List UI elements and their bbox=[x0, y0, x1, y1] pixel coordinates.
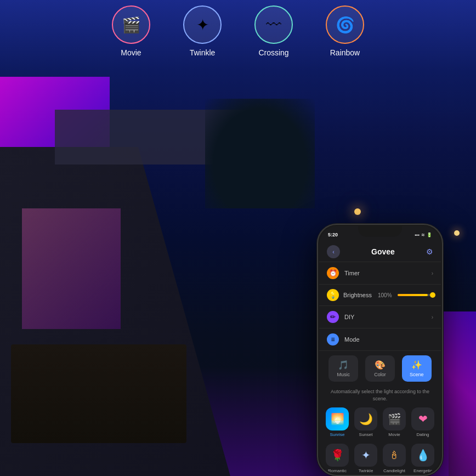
timer-row[interactable]: ⏰ Timer › bbox=[319, 262, 441, 285]
rainbow-label: Rainbow bbox=[330, 48, 360, 57]
sunrise-icon-wrap: 🌅 bbox=[326, 407, 349, 430]
movie-scene-icon: 🎬 bbox=[388, 412, 401, 426]
status-time: 5:20 bbox=[328, 232, 338, 237]
scene-twinkle[interactable]: ✦ Twinkle bbox=[353, 444, 378, 473]
dating-icon-wrap: ❤ bbox=[411, 407, 434, 430]
movie-icon-circle: 🎬 bbox=[112, 5, 150, 44]
brightness-icon: 💡 bbox=[327, 289, 339, 301]
scene-dating[interactable]: ❤ Dating bbox=[410, 407, 435, 437]
window-glow bbox=[22, 208, 121, 329]
sofa-area bbox=[11, 344, 186, 443]
dating-label: Dating bbox=[416, 432, 429, 437]
scene-tab-label: Scene bbox=[410, 372, 424, 377]
mode-label: Mode bbox=[344, 336, 433, 343]
twinkle-label: Twinkle bbox=[190, 48, 216, 57]
phone-notch bbox=[358, 225, 402, 237]
timer-label: Timer bbox=[344, 270, 426, 276]
app-title: Govee bbox=[371, 247, 395, 256]
scene-tab-icon: ✨ bbox=[411, 360, 422, 370]
top-icons-row: 🎬 Movie ✦ Twinkle 〰 Crossing 🌀 Rainbow bbox=[0, 0, 476, 77]
mode-icon: ≡ bbox=[327, 333, 339, 345]
music-tab-label: Music bbox=[337, 372, 350, 377]
back-button[interactable]: ‹ bbox=[327, 245, 340, 258]
brightness-row: 💡 Brightness 100% bbox=[319, 285, 441, 306]
brightness-slider-track[interactable] bbox=[398, 294, 433, 296]
movie-scene-label: Movie bbox=[388, 432, 400, 437]
sunset-label: Sunset bbox=[359, 432, 373, 437]
rainbow-icon-circle: 🌀 bbox=[326, 5, 364, 44]
icon-item-twinkle[interactable]: ✦ Twinkle bbox=[183, 5, 222, 57]
diy-chevron-icon: › bbox=[432, 314, 433, 320]
exterior-light-2 bbox=[454, 230, 460, 236]
mode-tabs: 🎵 Music 🎨 Color ✨ Scene bbox=[319, 351, 441, 386]
scene-movie[interactable]: 🎬 Movie bbox=[382, 407, 407, 437]
settings-icon[interactable]: ⚙ bbox=[426, 247, 433, 256]
brightness-value: 100% bbox=[378, 292, 393, 298]
wifi-icon: ≋ bbox=[421, 233, 425, 237]
sunrise-label: Sunrise bbox=[330, 432, 344, 437]
movie-scene-icon-wrap: 🎬 bbox=[383, 407, 406, 430]
scene-energetic[interactable]: 💧 Energetic bbox=[410, 444, 435, 473]
twinkle-scene-label: Twinkle bbox=[359, 468, 373, 473]
tree-silhouette bbox=[205, 99, 315, 208]
sunrise-icon: 🌅 bbox=[331, 412, 344, 426]
timer-chevron-icon: › bbox=[432, 270, 433, 276]
diy-label: DIY bbox=[344, 314, 426, 320]
diy-row[interactable]: ✏ DIY › bbox=[319, 306, 441, 328]
scene-sunrise[interactable]: 🌅 Sunrise bbox=[325, 407, 350, 437]
exterior-light-1 bbox=[354, 208, 361, 215]
scene-grid-row2: 🌹 Romantic ✦ Twinkle 🕯 Candlelight bbox=[319, 441, 441, 474]
signal-icon: ▪▪▪ bbox=[415, 233, 420, 237]
diy-icon: ✏ bbox=[327, 311, 339, 323]
crossing-icon-circle: 〰 bbox=[254, 5, 293, 44]
battery-icon: 🔋 bbox=[427, 233, 432, 237]
tab-music[interactable]: 🎵 Music bbox=[328, 355, 358, 382]
energetic-label: Energetic bbox=[413, 468, 432, 473]
color-tab-label: Color bbox=[374, 372, 386, 377]
brightness-slider-thumb[interactable] bbox=[430, 292, 435, 298]
music-tab-icon: 🎵 bbox=[338, 360, 349, 370]
scene-description: Automatically select the light according… bbox=[319, 386, 441, 405]
status-icons: ▪▪▪ ≋ 🔋 bbox=[415, 233, 432, 237]
candle-icon-wrap: 🕯 bbox=[383, 444, 406, 467]
phone-outer-shell: 5:20 ▪▪▪ ≋ 🔋 ‹ Govee ⚙ ⏰ Timer › bbox=[317, 224, 443, 476]
scene-candlelight[interactable]: 🕯 Candlelight bbox=[382, 444, 407, 473]
tab-color[interactable]: 🎨 Color bbox=[365, 355, 395, 382]
tab-scene[interactable]: ✨ Scene bbox=[402, 355, 432, 382]
timer-icon: ⏰ bbox=[327, 267, 339, 279]
brightness-slider-fill bbox=[398, 294, 428, 296]
candle-icon: 🕯 bbox=[389, 449, 400, 462]
twinkle-icon-circle: ✦ bbox=[183, 5, 222, 44]
energetic-icon-wrap: 💧 bbox=[411, 444, 434, 467]
dating-icon: ❤ bbox=[418, 412, 428, 426]
back-chevron-icon: ‹ bbox=[332, 248, 335, 255]
sunset-icon: 🌙 bbox=[359, 412, 373, 426]
brightness-label: Brightness bbox=[343, 292, 373, 298]
energetic-icon: 💧 bbox=[416, 449, 430, 462]
romantic-label: Romantic bbox=[328, 468, 347, 473]
phone-mockup: 5:20 ▪▪▪ ≋ 🔋 ‹ Govee ⚙ ⏰ Timer › bbox=[317, 224, 443, 476]
romantic-icon: 🌹 bbox=[331, 449, 344, 462]
scene-romantic[interactable]: 🌹 Romantic bbox=[325, 444, 350, 473]
sunset-icon-wrap: 🌙 bbox=[354, 407, 377, 430]
color-tab-icon: 🎨 bbox=[375, 360, 386, 370]
twinkle-scene-icon-wrap: ✦ bbox=[354, 444, 377, 467]
scene-sunset[interactable]: 🌙 Sunset bbox=[353, 407, 378, 437]
crossing-label: Crossing bbox=[258, 48, 288, 57]
app-header: ‹ Govee ⚙ bbox=[319, 241, 441, 262]
icon-item-crossing[interactable]: 〰 Crossing bbox=[254, 5, 293, 57]
candle-label: Candlelight bbox=[383, 468, 405, 473]
phone-screen: 5:20 ▪▪▪ ≋ 🔋 ‹ Govee ⚙ ⏰ Timer › bbox=[319, 226, 441, 474]
scene-grid-row1: 🌅 Sunrise 🌙 Sunset 🎬 Movie bbox=[319, 405, 441, 439]
movie-label: Movie bbox=[121, 48, 141, 57]
mode-row[interactable]: ≡ Mode bbox=[319, 328, 441, 351]
icon-item-rainbow[interactable]: 🌀 Rainbow bbox=[326, 5, 364, 57]
icon-item-movie[interactable]: 🎬 Movie bbox=[112, 5, 150, 57]
romantic-icon-wrap: 🌹 bbox=[326, 444, 349, 467]
twinkle-scene-icon: ✦ bbox=[361, 449, 371, 462]
